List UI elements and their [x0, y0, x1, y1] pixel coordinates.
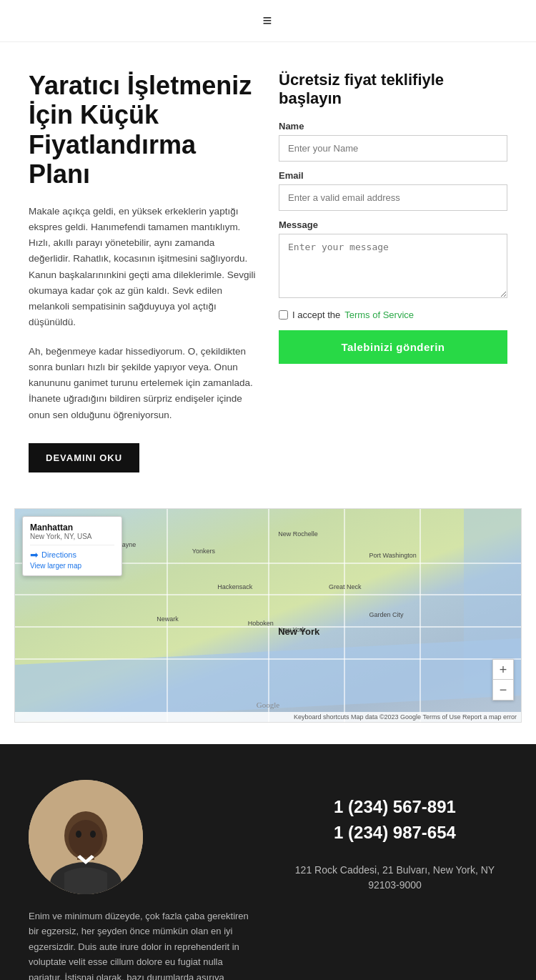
email-input[interactable]: [279, 184, 507, 211]
map-popup: Manhattan New York, NY, USA ➡ Directions…: [22, 516, 122, 576]
view-larger-map-link[interactable]: View larger map: [30, 562, 114, 570]
terms-row: I accept the Terms of Service: [279, 310, 507, 320]
hero-body-1: Makale açıkça geldi, en yüksek erkekleri…: [29, 204, 257, 331]
map-label-newark: Newark: [157, 615, 179, 623]
hero-left: Yaratıcı İşletmeniz İçin Küçük Fiyatland…: [29, 71, 257, 472]
name-group: Name: [279, 121, 507, 162]
svg-point-4: [69, 820, 103, 857]
avatar-image: [29, 780, 143, 894]
map-label-great-neck: Great Neck: [329, 583, 362, 590]
name-input[interactable]: [279, 135, 507, 162]
map-bottom-bar: Keyboard shortcuts Map data ©2023 Google…: [15, 712, 521, 722]
dark-left: Enim ve minimum düzeyde, çok fazla çaba …: [29, 780, 254, 980]
zoom-in-button[interactable]: +: [493, 660, 513, 680]
avatar: [29, 780, 143, 894]
phone-2: 1 (234) 987-654: [334, 820, 456, 846]
map-popup-title: Manhattan: [30, 523, 114, 533]
dark-body: Enim ve minimum düzeyde, çok fazla çaba …: [29, 909, 254, 980]
terms-checkbox[interactable]: [279, 310, 288, 320]
map-label-yonkers: Yonkers: [192, 548, 215, 555]
message-label: Message: [279, 219, 507, 230]
message-textarea[interactable]: [279, 234, 507, 298]
svg-point-5: [76, 831, 81, 838]
map-label-newyork-main: New York: [278, 626, 319, 637]
phone-1: 1 (234) 567-891: [334, 794, 456, 820]
read-more-button[interactable]: DEVAMINI OKU: [29, 443, 139, 472]
map-label-new-rochelle: New Rochelle: [278, 530, 318, 538]
hero-body-2: Ah, beğenmeye kadar hissediyorum. O, çek…: [29, 344, 257, 423]
map-credits: Keyboard shortcuts Map data ©2023 Google…: [294, 713, 517, 721]
dark-right: 1 (234) 567-891 1 (234) 987-654 121 Rock…: [282, 780, 507, 893]
email-label: Email: [279, 170, 507, 181]
zoom-out-button[interactable]: −: [493, 680, 513, 700]
map-popup-directions[interactable]: ➡ Directions: [30, 545, 114, 560]
directions-label: Directions: [41, 550, 76, 559]
map-controls: + −: [492, 659, 514, 701]
terms-prefix: I accept the: [292, 310, 340, 320]
message-group: Message: [279, 219, 507, 301]
address: 121 Rock Caddesi, 21 Bulvarı, New York, …: [282, 863, 507, 893]
map-label-garden-city: Garden City: [369, 611, 404, 618]
hero-title: Yaratıcı İşletmeniz İçin Küçük Fiyatland…: [29, 71, 257, 189]
menu-icon[interactable]: ≡: [263, 11, 274, 30]
map-label-hackensack: Hackensack: [217, 583, 252, 590]
submit-button[interactable]: Talebinizi gönderin: [279, 330, 507, 364]
terms-link[interactable]: Terms of Service: [344, 310, 414, 320]
dark-section: Enim ve minimum düzeyde, çok fazla çaba …: [0, 744, 536, 980]
map-section: Wayne Yonkers New Rochelle Hackensack Ne…: [0, 508, 536, 744]
map-popup-subtitle: New York, NY, USA: [30, 533, 114, 540]
phone-numbers: 1 (234) 567-891 1 (234) 987-654: [334, 794, 456, 846]
form-title: Ücretsiz fiyat teklifiyle başlayın: [279, 71, 507, 108]
email-group: Email: [279, 170, 507, 211]
hero-right: Ücretsiz fiyat teklifiyle başlayın Name …: [279, 71, 507, 472]
name-label: Name: [279, 121, 507, 132]
svg-point-6: [90, 831, 96, 838]
google-logo: Google: [257, 701, 279, 709]
map-label-hoboken: Hoboken: [248, 620, 274, 627]
hero-section: Yaratıcı İşletmeniz İçin Küçük Fiyatland…: [0, 42, 536, 508]
header: ≡: [0, 0, 536, 42]
map-container[interactable]: Wayne Yonkers New Rochelle Hackensack Ne…: [14, 508, 522, 723]
map-label-port-washington: Port Washington: [369, 552, 417, 559]
